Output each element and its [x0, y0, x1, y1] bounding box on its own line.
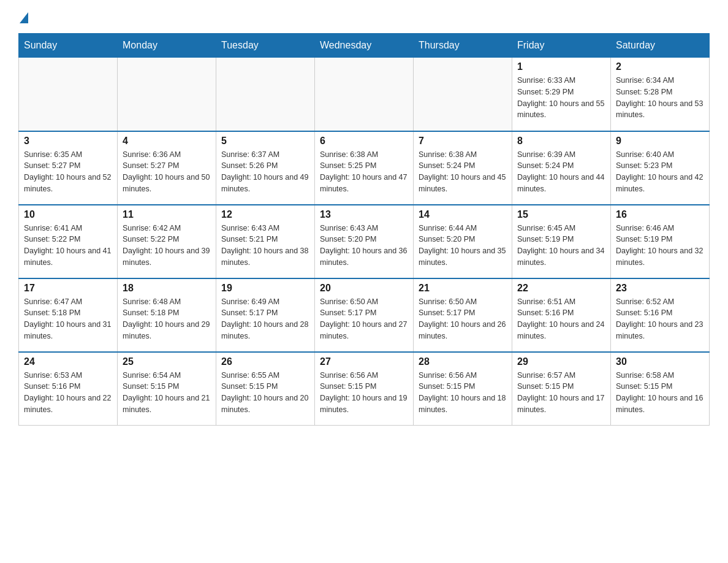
day-number: 1 — [517, 61, 605, 72]
day-number: 11 — [123, 209, 211, 220]
day-info-text: Sunset: 5:19 PM — [616, 234, 704, 245]
day-info-text: Sunrise: 6:58 AM — [616, 370, 704, 381]
day-number: 24 — [24, 356, 112, 367]
day-info-text: Daylight: 10 hours and 24 minutes. — [517, 319, 605, 342]
day-info-text: Daylight: 10 hours and 28 minutes. — [221, 319, 309, 342]
day-of-week-header: Wednesday — [315, 34, 414, 58]
day-info-text: Sunset: 5:17 PM — [221, 307, 309, 319]
calendar-day-cell: 25Sunrise: 6:54 AMSunset: 5:15 PMDayligh… — [118, 352, 216, 426]
day-info-text: Daylight: 10 hours and 18 minutes. — [419, 393, 507, 416]
day-number: 21 — [419, 283, 507, 294]
page-header — [18, 12, 710, 22]
logo-triangle-icon — [20, 12, 28, 23]
day-info-text: Daylight: 10 hours and 49 minutes. — [221, 172, 309, 195]
calendar-day-cell: 21Sunrise: 6:50 AMSunset: 5:17 PMDayligh… — [414, 278, 512, 352]
day-info-text: Daylight: 10 hours and 27 minutes. — [320, 319, 408, 342]
day-info-text: Sunrise: 6:52 AM — [616, 296, 704, 308]
calendar-header-row: SundayMondayTuesdayWednesdayThursdayFrid… — [19, 34, 710, 58]
day-info-text: Sunset: 5:28 PM — [616, 86, 704, 98]
day-info-text: Sunrise: 6:33 AM — [517, 75, 605, 86]
day-number: 4 — [123, 136, 211, 147]
day-info-text: Sunrise: 6:43 AM — [320, 223, 408, 234]
day-info-text: Sunrise: 6:48 AM — [123, 296, 211, 308]
calendar-day-cell: 20Sunrise: 6:50 AMSunset: 5:17 PMDayligh… — [315, 278, 414, 352]
calendar-day-cell: 14Sunrise: 6:44 AMSunset: 5:20 PMDayligh… — [414, 205, 512, 278]
day-info-text: Daylight: 10 hours and 42 minutes. — [616, 172, 704, 195]
day-info-text: Sunset: 5:27 PM — [24, 160, 112, 172]
day-info-text: Sunset: 5:16 PM — [616, 307, 704, 319]
day-info-text: Sunrise: 6:53 AM — [24, 370, 112, 381]
calendar-day-cell: 16Sunrise: 6:46 AMSunset: 5:19 PMDayligh… — [611, 205, 710, 278]
day-info-text: Sunset: 5:15 PM — [320, 381, 408, 393]
day-info-text: Sunset: 5:18 PM — [123, 307, 211, 319]
calendar-day-cell: 8Sunrise: 6:39 AMSunset: 5:24 PMDaylight… — [512, 131, 611, 205]
day-number: 19 — [221, 283, 309, 294]
day-info-text: Daylight: 10 hours and 22 minutes. — [24, 393, 112, 416]
day-info-text: Sunrise: 6:50 AM — [320, 296, 408, 308]
calendar-day-cell: 11Sunrise: 6:42 AMSunset: 5:22 PMDayligh… — [118, 205, 216, 278]
calendar-day-cell — [216, 58, 315, 131]
day-number: 26 — [221, 356, 309, 367]
day-info-text: Sunrise: 6:34 AM — [616, 75, 704, 86]
day-number: 2 — [616, 61, 704, 72]
day-info-text: Daylight: 10 hours and 23 minutes. — [616, 319, 704, 342]
day-info-text: Sunset: 5:23 PM — [616, 160, 704, 172]
day-info-text: Sunset: 5:29 PM — [517, 86, 605, 98]
day-info-text: Daylight: 10 hours and 55 minutes. — [517, 98, 605, 121]
day-info-text: Daylight: 10 hours and 26 minutes. — [419, 319, 507, 342]
day-info-text: Daylight: 10 hours and 32 minutes. — [616, 245, 704, 269]
day-info-text: Sunrise: 6:45 AM — [517, 223, 605, 234]
day-of-week-header: Sunday — [19, 34, 118, 58]
day-info-text: Sunset: 5:20 PM — [320, 234, 408, 245]
day-of-week-header: Friday — [512, 34, 611, 58]
day-info-text: Sunset: 5:15 PM — [419, 381, 507, 393]
day-info-text: Sunset: 5:26 PM — [221, 160, 309, 172]
calendar-day-cell: 3Sunrise: 6:35 AMSunset: 5:27 PMDaylight… — [19, 131, 118, 205]
calendar-day-cell — [315, 58, 414, 131]
calendar-day-cell: 29Sunrise: 6:57 AMSunset: 5:15 PMDayligh… — [512, 352, 611, 426]
calendar-day-cell: 17Sunrise: 6:47 AMSunset: 5:18 PMDayligh… — [19, 278, 118, 352]
calendar-day-cell — [414, 58, 512, 131]
day-info-text: Daylight: 10 hours and 31 minutes. — [24, 319, 112, 342]
day-number: 22 — [517, 283, 605, 294]
calendar-day-cell: 2Sunrise: 6:34 AMSunset: 5:28 PMDaylight… — [611, 58, 710, 131]
day-number: 5 — [221, 136, 309, 147]
calendar-day-cell: 7Sunrise: 6:38 AMSunset: 5:24 PMDaylight… — [414, 131, 512, 205]
day-info-text: Sunrise: 6:54 AM — [123, 370, 211, 381]
day-number: 9 — [616, 136, 704, 147]
day-info-text: Sunset: 5:16 PM — [517, 307, 605, 319]
calendar-table: SundayMondayTuesdayWednesdayThursdayFrid… — [18, 33, 710, 426]
day-info-text: Sunrise: 6:42 AM — [123, 223, 211, 234]
calendar-day-cell — [19, 58, 118, 131]
day-info-text: Daylight: 10 hours and 38 minutes. — [221, 245, 309, 269]
day-info-text: Sunset: 5:18 PM — [24, 307, 112, 319]
day-number: 13 — [320, 209, 408, 220]
day-info-text: Sunset: 5:22 PM — [123, 234, 211, 245]
day-number: 16 — [616, 209, 704, 220]
day-number: 10 — [24, 209, 112, 220]
day-info-text: Sunset: 5:15 PM — [221, 381, 309, 393]
calendar-day-cell: 4Sunrise: 6:36 AMSunset: 5:27 PMDaylight… — [118, 131, 216, 205]
calendar-day-cell — [118, 58, 216, 131]
day-number: 25 — [123, 356, 211, 367]
day-info-text: Sunset: 5:17 PM — [419, 307, 507, 319]
calendar-day-cell: 24Sunrise: 6:53 AMSunset: 5:16 PMDayligh… — [19, 352, 118, 426]
day-number: 14 — [419, 209, 507, 220]
day-number: 30 — [616, 356, 704, 367]
day-info-text: Sunrise: 6:38 AM — [320, 149, 408, 161]
day-info-text: Sunrise: 6:37 AM — [221, 149, 309, 161]
day-info-text: Sunrise: 6:43 AM — [221, 223, 309, 234]
day-info-text: Sunrise: 6:56 AM — [419, 370, 507, 381]
day-of-week-header: Tuesday — [216, 34, 315, 58]
day-info-text: Sunset: 5:24 PM — [419, 160, 507, 172]
day-info-text: Daylight: 10 hours and 20 minutes. — [221, 393, 309, 416]
day-info-text: Daylight: 10 hours and 41 minutes. — [24, 245, 112, 269]
day-info-text: Daylight: 10 hours and 19 minutes. — [320, 393, 408, 416]
calendar-day-cell: 13Sunrise: 6:43 AMSunset: 5:20 PMDayligh… — [315, 205, 414, 278]
calendar-day-cell: 19Sunrise: 6:49 AMSunset: 5:17 PMDayligh… — [216, 278, 315, 352]
day-info-text: Sunrise: 6:50 AM — [419, 296, 507, 308]
day-info-text: Daylight: 10 hours and 16 minutes. — [616, 393, 704, 416]
day-info-text: Sunset: 5:25 PM — [320, 160, 408, 172]
day-info-text: Sunrise: 6:41 AM — [24, 223, 112, 234]
calendar-week-row: 1Sunrise: 6:33 AMSunset: 5:29 PMDaylight… — [19, 58, 710, 131]
